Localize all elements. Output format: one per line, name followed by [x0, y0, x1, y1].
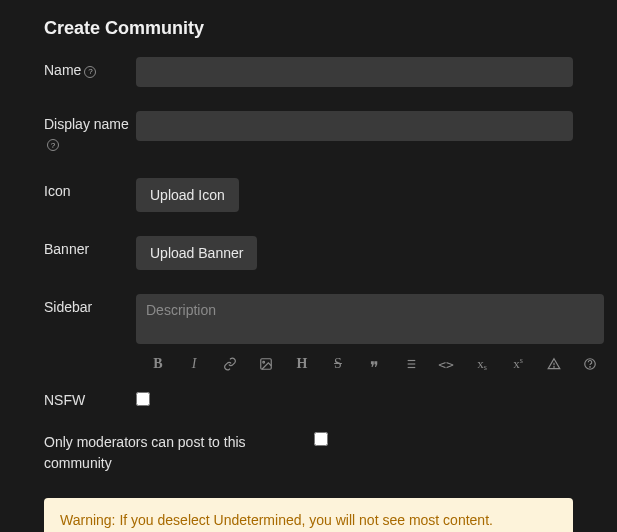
spoiler-icon[interactable] [546, 356, 562, 372]
nsfw-checkbox[interactable] [136, 392, 150, 406]
sidebar-textarea[interactable] [136, 294, 604, 344]
nsfw-label: NSFW [44, 392, 136, 408]
upload-banner-button[interactable]: Upload Banner [136, 236, 257, 270]
quote-icon[interactable]: ❞ [366, 356, 382, 372]
editor-toolbar: B I H S ❞ <> xs xs [136, 344, 604, 372]
strikethrough-icon[interactable]: S [330, 356, 346, 372]
superscript-icon[interactable]: xs [510, 356, 526, 372]
page-title: Create Community [44, 18, 573, 39]
name-label: Name? [44, 57, 136, 81]
banner-label: Banner [44, 236, 136, 260]
subscript-icon[interactable]: xs [474, 356, 490, 372]
list-icon[interactable] [402, 356, 418, 372]
name-input[interactable] [136, 57, 573, 87]
code-icon[interactable]: <> [438, 356, 454, 372]
upload-icon-button[interactable]: Upload Icon [136, 178, 239, 212]
svg-point-1 [263, 362, 265, 364]
icon-label: Icon [44, 178, 136, 202]
bold-icon[interactable]: B [150, 356, 166, 372]
help-icon[interactable]: ? [84, 66, 96, 78]
svg-point-11 [590, 367, 591, 368]
link-icon[interactable] [222, 356, 238, 372]
header-icon[interactable]: H [294, 356, 310, 372]
help-icon[interactable]: ? [47, 139, 59, 151]
sidebar-label: Sidebar [44, 294, 136, 318]
svg-point-9 [554, 367, 555, 368]
display-name-label: Display name ? [44, 111, 136, 154]
italic-icon[interactable]: I [186, 356, 202, 372]
image-icon[interactable] [258, 356, 274, 372]
mods-only-label: Only moderators can post to this communi… [44, 432, 314, 474]
help-icon[interactable] [582, 356, 598, 372]
mods-only-checkbox[interactable] [314, 432, 328, 446]
display-name-input[interactable] [136, 111, 573, 141]
warning-banner: Warning: If you deselect Undetermined, y… [44, 498, 573, 532]
